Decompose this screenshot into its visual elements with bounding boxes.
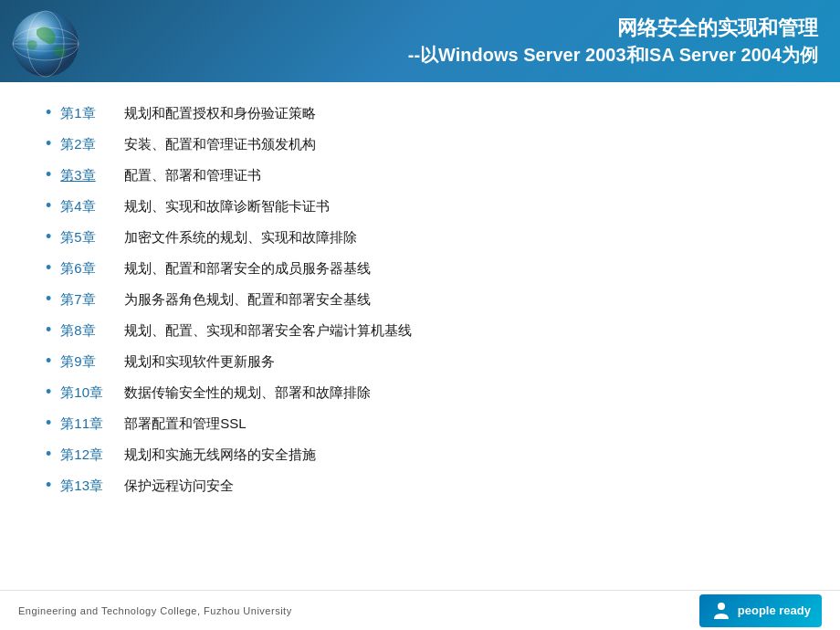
chapter-number: 第1章 [60, 103, 124, 124]
chapter-description: 加密文件系统的规划、实现和故障排除 [124, 227, 357, 248]
person-icon [710, 600, 732, 622]
subtitle-bold1: Windows Server 2003 [438, 45, 625, 65]
chapter-number: 第8章 [60, 320, 124, 341]
header-title: 网络安全的实现和管理 [408, 15, 818, 43]
list-item: •第13章保护远程访问安全 [46, 473, 803, 498]
list-item: •第8章规划、配置、实现和部署安全客户端计算机基线 [46, 318, 803, 342]
list-item: •第5章加密文件系统的规划、实现和故障排除 [46, 225, 803, 249]
chapter-description: 规划和实现软件更新服务 [124, 352, 275, 373]
chapter-number: 第9章 [60, 352, 124, 373]
chapter-description: 保护远程访问安全 [124, 476, 234, 497]
chapter-description: 规划、配置和部署安全的成员服务器基线 [124, 258, 371, 279]
chapter-description: 规划、实现和故障诊断智能卡证书 [124, 196, 330, 217]
list-item: •第12章规划和实施无线网络的安全措施 [46, 442, 803, 467]
list-item: •第2章安装、配置和管理证书颁发机构 [46, 131, 803, 156]
chapter-number: 第12章 [60, 445, 124, 466]
list-item: •第4章规划、实现和故障诊断智能卡证书 [46, 194, 803, 218]
subtitle-bold2: ISA Server 2004 [645, 45, 782, 65]
bullet-icon: • [46, 287, 51, 311]
chapter-description: 为服务器角色规划、配置和部署安全基线 [124, 289, 371, 310]
people-ready-badge: people ready [699, 594, 822, 627]
chapter-number: 第3章 [60, 165, 124, 186]
list-item: •第6章规划、配置和部署安全的成员服务器基线 [46, 256, 803, 280]
chapter-description: 数据传输安全性的规划、部署和故障排除 [124, 383, 371, 404]
chapter-number: 第7章 [60, 289, 124, 310]
chapter-number: 第5章 [60, 227, 124, 248]
bullet-icon: • [46, 318, 51, 342]
footer-institution: Engineering and Technology College, Fuzh… [18, 605, 292, 616]
list-item: •第1章规划和配置授权和身份验证策略 [46, 100, 803, 125]
footer-brand: people ready [699, 594, 822, 627]
list-item: •第11章部署配置和管理SSL [46, 411, 803, 436]
chapter-description: 配置、部署和管理证书 [124, 165, 261, 186]
globe-icon [9, 7, 82, 80]
chapter-number: 第6章 [60, 258, 124, 279]
chapter-number: 第11章 [60, 414, 124, 435]
subtitle-suffix: 为例 [782, 45, 818, 65]
header: 网络安全的实现和管理 --以Windows Server 2003和ISA Se… [0, 0, 840, 82]
bullet-icon: • [46, 349, 51, 373]
brand-text: people ready [738, 604, 811, 617]
header-subtitle: --以Windows Server 2003和ISA Server 2004为例 [408, 42, 818, 68]
subtitle-prefix: --以 [408, 45, 438, 65]
chapter-list: •第1章规划和配置授权和身份验证策略•第2章安装、配置和管理证书颁发机构•第3章… [46, 100, 803, 498]
list-item: •第10章数据传输安全性的规划、部署和故障排除 [46, 380, 803, 404]
chapter-description: 安装、配置和管理证书颁发机构 [124, 134, 316, 155]
header-text-block: 网络安全的实现和管理 --以Windows Server 2003和ISA Se… [408, 15, 818, 68]
bullet-icon: • [46, 380, 51, 404]
main-content: •第1章规划和配置授权和身份验证策略•第2章安装、配置和管理证书颁发机构•第3章… [0, 82, 840, 522]
chapter-number: 第13章 [60, 476, 124, 497]
chapter-description: 规划和配置授权和身份验证策略 [124, 103, 316, 124]
bullet-icon: • [46, 100, 51, 125]
list-item: •第9章规划和实现软件更新服务 [46, 349, 803, 373]
chapter-description: 规划和实施无线网络的安全措施 [124, 445, 316, 466]
subtitle-mid: 和 [626, 45, 645, 65]
svg-point-6 [718, 603, 725, 610]
chapter-number: 第4章 [60, 196, 124, 217]
bullet-icon: • [46, 256, 51, 280]
chapter-description: 规划、配置、实现和部署安全客户端计算机基线 [124, 320, 412, 341]
list-item: •第3章配置、部署和管理证书 [46, 163, 803, 187]
chapter-number: 第2章 [60, 134, 124, 155]
bullet-icon: • [46, 225, 51, 249]
svg-point-5 [13, 11, 79, 77]
bullet-icon: • [46, 442, 51, 467]
bullet-icon: • [46, 473, 51, 498]
bullet-icon: • [46, 131, 51, 156]
chapter-number: 第10章 [60, 383, 124, 404]
chapter-description: 部署配置和管理SSL [124, 414, 246, 435]
footer: Engineering and Technology College, Fuzh… [0, 590, 840, 630]
list-item: •第7章为服务器角色规划、配置和部署安全基线 [46, 287, 803, 311]
bullet-icon: • [46, 194, 51, 218]
bullet-icon: • [46, 411, 51, 436]
bullet-icon: • [46, 163, 51, 187]
